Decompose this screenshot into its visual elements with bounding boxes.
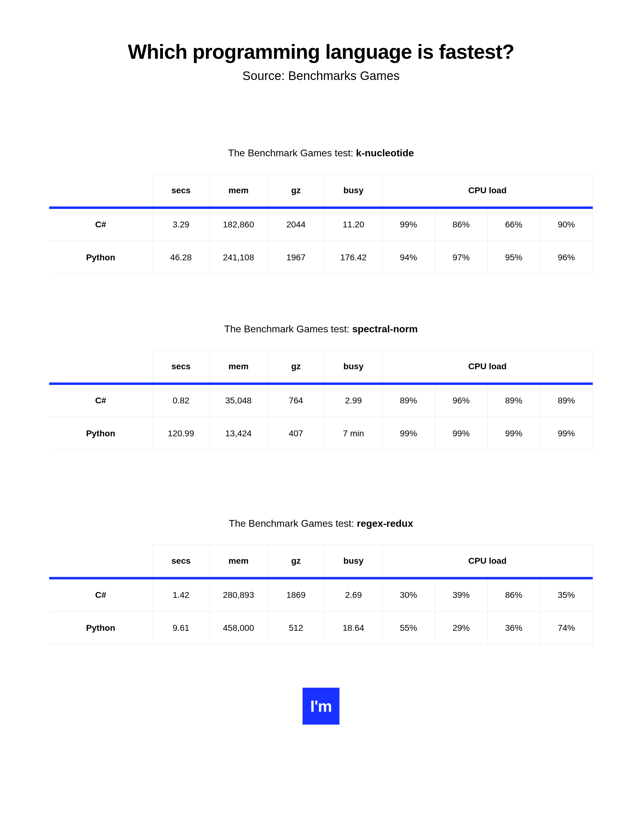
col-cpu-load: CPU load — [382, 351, 592, 384]
cell-cpu: 86% — [487, 578, 540, 611]
col-mem: mem — [210, 351, 267, 384]
cell-gz: 512 — [267, 611, 325, 645]
col-secs: secs — [152, 174, 210, 208]
lang-label: Python — [49, 417, 152, 450]
col-mem: mem — [210, 174, 267, 208]
cell-cpu: 97% — [435, 241, 487, 274]
lang-label: C# — [49, 208, 152, 241]
benchmark-table-2: The Benchmark Games test: regex-redux se… — [49, 518, 593, 645]
test-name: spectral-norm — [352, 323, 418, 335]
cell-cpu: 55% — [382, 611, 435, 645]
cell-cpu: 95% — [487, 241, 540, 274]
cell-mem: 458,000 — [210, 611, 267, 645]
cell-cpu: 99% — [487, 417, 540, 450]
col-gz: gz — [267, 545, 325, 578]
col-busy: busy — [325, 545, 382, 578]
table-row: Python 120.99 13,424 407 7 min 99% 99% 9… — [49, 417, 593, 450]
cell-cpu: 30% — [382, 578, 435, 611]
table-corner — [49, 174, 152, 208]
benchmark-table: secs mem gz busy CPU load C# 3.29 182,86… — [49, 174, 593, 274]
cell-cpu: 96% — [435, 384, 487, 417]
cell-cpu: 36% — [487, 611, 540, 645]
cell-secs: 120.99 — [152, 417, 210, 450]
cell-mem: 241,108 — [210, 241, 267, 274]
cell-gz: 2044 — [267, 208, 325, 241]
cell-cpu: 66% — [487, 208, 540, 241]
cell-gz: 407 — [267, 417, 325, 450]
page-title: Which programming language is fastest? — [49, 40, 593, 63]
cell-cpu: 39% — [435, 578, 487, 611]
lang-label: Python — [49, 241, 152, 274]
cell-gz: 1869 — [267, 578, 325, 611]
cell-cpu: 86% — [435, 208, 487, 241]
cell-cpu: 89% — [382, 384, 435, 417]
cell-secs: 46.28 — [152, 241, 210, 274]
cell-cpu: 90% — [540, 208, 592, 241]
cell-secs: 0.82 — [152, 384, 210, 417]
col-gz: gz — [267, 351, 325, 384]
col-cpu-load: CPU load — [382, 545, 592, 578]
cell-gz: 764 — [267, 384, 325, 417]
lang-label: C# — [49, 578, 152, 611]
cell-cpu: 99% — [382, 417, 435, 450]
benchmark-table: secs mem gz busy CPU load C# 0.82 35,048… — [49, 350, 593, 450]
col-cpu-load: CPU load — [382, 174, 592, 208]
cell-mem: 35,048 — [210, 384, 267, 417]
brand-logo-icon: I'm — [303, 688, 339, 725]
cell-cpu: 74% — [540, 611, 592, 645]
col-secs: secs — [152, 351, 210, 384]
cell-mem: 280,893 — [210, 578, 267, 611]
benchmark-table-0: The Benchmark Games test: k-nucleotide s… — [49, 147, 593, 274]
cell-busy: 7 min — [325, 417, 382, 450]
cell-busy: 11.20 — [325, 208, 382, 241]
cell-cpu: 35% — [540, 578, 592, 611]
test-name: regex-redux — [357, 518, 413, 529]
cell-cpu: 99% — [435, 417, 487, 450]
footer-logo-wrap: I'm — [49, 688, 593, 725]
cell-mem: 13,424 — [210, 417, 267, 450]
benchmark-table: secs mem gz busy CPU load C# 1.42 280,89… — [49, 544, 593, 645]
cell-busy: 2.99 — [325, 384, 382, 417]
cell-mem: 182,860 — [210, 208, 267, 241]
table-caption: The Benchmark Games test: spectral-norm — [49, 323, 593, 335]
cell-cpu: 89% — [540, 384, 592, 417]
table-row: C# 1.42 280,893 1869 2.69 30% 39% 86% 35… — [49, 578, 593, 611]
cell-cpu: 94% — [382, 241, 435, 274]
table-row: C# 3.29 182,860 2044 11.20 99% 86% 66% 9… — [49, 208, 593, 241]
cell-secs: 3.29 — [152, 208, 210, 241]
cell-cpu: 29% — [435, 611, 487, 645]
benchmark-table-1: The Benchmark Games test: spectral-norm … — [49, 323, 593, 450]
lang-label: Python — [49, 611, 152, 645]
cell-busy: 18.64 — [325, 611, 382, 645]
table-corner — [49, 545, 152, 578]
cell-busy: 176.42 — [325, 241, 382, 274]
page-subtitle: Source: Benchmarks Games — [49, 69, 593, 83]
cell-cpu: 99% — [540, 417, 592, 450]
col-mem: mem — [210, 545, 267, 578]
cell-cpu: 96% — [540, 241, 592, 274]
test-name: k-nucleotide — [356, 147, 414, 158]
table-corner — [49, 351, 152, 384]
cell-secs: 1.42 — [152, 578, 210, 611]
caption-prefix: The Benchmark Games test: — [224, 323, 352, 335]
cell-gz: 1967 — [267, 241, 325, 274]
lang-label: C# — [49, 384, 152, 417]
table-row: C# 0.82 35,048 764 2.99 89% 96% 89% 89% — [49, 384, 593, 417]
col-busy: busy — [325, 174, 382, 208]
col-gz: gz — [267, 174, 325, 208]
caption-prefix: The Benchmark Games test: — [229, 518, 357, 529]
table-row: Python 46.28 241,108 1967 176.42 94% 97%… — [49, 241, 593, 274]
table-row: Python 9.61 458,000 512 18.64 55% 29% 36… — [49, 611, 593, 645]
table-caption: The Benchmark Games test: regex-redux — [49, 518, 593, 529]
table-caption: The Benchmark Games test: k-nucleotide — [49, 147, 593, 159]
cell-cpu: 99% — [382, 208, 435, 241]
cell-cpu: 89% — [487, 384, 540, 417]
cell-busy: 2.69 — [325, 578, 382, 611]
col-busy: busy — [325, 351, 382, 384]
col-secs: secs — [152, 545, 210, 578]
cell-secs: 9.61 — [152, 611, 210, 645]
caption-prefix: The Benchmark Games test: — [228, 147, 356, 158]
